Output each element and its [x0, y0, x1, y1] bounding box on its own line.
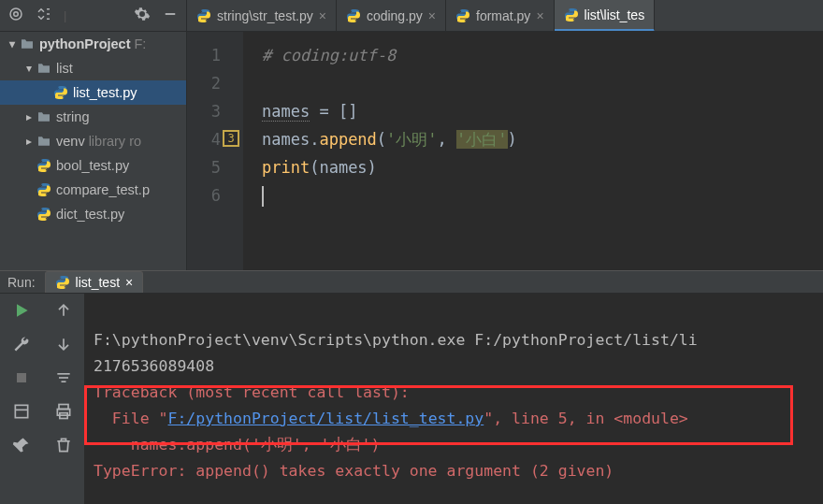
scroll-up-button[interactable]: [53, 300, 74, 321]
traceback-file-link[interactable]: F:/pythonProject/list/list_test.py: [167, 410, 484, 427]
code-body[interactable]: # coding:utf-8 names = [] names.append('…: [243, 32, 517, 270]
editor-tab[interactable]: list\list_tes: [555, 0, 656, 32]
editor-tab[interactable]: format.py×: [446, 0, 555, 31]
tab-label: string\str_test.py: [217, 8, 313, 23]
tree-item[interactable]: dict_test.py: [0, 202, 186, 226]
python-file-icon: [52, 84, 69, 101]
tree-item[interactable]: compare_test.p: [0, 178, 186, 202]
stop-button[interactable]: [11, 367, 32, 388]
pin-button[interactable]: [11, 435, 32, 455]
gutter-marker[interactable]: 3: [223, 130, 239, 147]
tree-item-label: list: [56, 61, 73, 76]
console-file-line: File "F:/pythonProject/list/list_test.py…: [94, 410, 688, 427]
filter-button[interactable]: [53, 367, 74, 388]
run-tab-label: list_test: [76, 275, 120, 290]
tree-item-label: bool_test.py: [56, 158, 129, 173]
run-tab[interactable]: list_test ×: [45, 271, 144, 293]
toolbar-expand-icon[interactable]: [36, 6, 52, 25]
tree-item-label: string: [56, 109, 89, 124]
close-icon[interactable]: ×: [428, 8, 436, 23]
tab-label: list\list_tes: [585, 7, 645, 22]
run-play-button[interactable]: [11, 300, 32, 321]
editor-tabstrip[interactable]: string\str_test.py×coding.py×format.py×l…: [187, 0, 823, 32]
tree-item-hint: library ro: [89, 134, 141, 149]
print-button[interactable]: [53, 401, 74, 422]
project-tree[interactable]: ▾ pythonProject F: ▾listlist_test.py▸str…: [0, 32, 186, 270]
run-toolwindow: Run: list_test × F:\pythonProject\venv\S…: [0, 270, 823, 504]
svg-point-1: [14, 12, 19, 17]
toolbar-gear-icon[interactable]: [134, 6, 151, 25]
code-editor[interactable]: 3 123456 # coding:utf-8 names = [] names…: [187, 32, 823, 270]
console[interactable]: F:\pythonProject\venv\Scripts\python.exe…: [84, 294, 823, 504]
gutter-line[interactable]: 5: [187, 153, 238, 181]
tab-label: format.py: [476, 8, 530, 23]
console-src: names.append('小明', '小白'): [94, 436, 380, 454]
folder-icon: [36, 108, 52, 125]
gutter-line[interactable]: 2: [187, 69, 238, 97]
editor-area: string\str_test.py×coding.py×format.py×l…: [187, 0, 823, 270]
tree-item-label: list_test.py: [73, 85, 137, 100]
console-error: TypeError: append() takes exactly one ar…: [94, 462, 614, 480]
tree-item[interactable]: bool_test.py: [0, 153, 186, 178]
toolbar-collapse-icon[interactable]: [162, 6, 179, 25]
chevron-icon[interactable]: ▾: [22, 62, 36, 75]
project-root-label: pythonProject: [39, 36, 130, 51]
tree-item[interactable]: ▸venvlibrary ro: [0, 129, 186, 153]
trash-button[interactable]: [53, 435, 74, 455]
chevron-down-icon[interactable]: ▾: [6, 37, 19, 50]
gutter-line[interactable]: 1: [187, 41, 238, 69]
editor-tab[interactable]: coding.py×: [337, 0, 446, 31]
run-header: Run: list_test ×: [0, 271, 823, 294]
project-toolbar: |: [0, 0, 186, 32]
project-root[interactable]: ▾ pythonProject F:: [0, 32, 186, 56]
scroll-down-button[interactable]: [53, 334, 74, 354]
wrench-button[interactable]: [11, 334, 32, 354]
run-toolbar: [0, 294, 84, 504]
folder-icon: [36, 60, 52, 77]
tree-item[interactable]: list_test.py: [0, 80, 186, 105]
run-title: Run:: [7, 275, 36, 290]
folder-icon: [19, 36, 36, 52]
tree-item[interactable]: ▾list: [0, 56, 186, 80]
toolbar-divider-icon: |: [64, 8, 66, 22]
console-cmd: F:\pythonProject\venv\Scripts\python.exe…: [94, 331, 698, 349]
svg-rect-6: [17, 373, 26, 382]
gutter-line[interactable]: 3: [187, 97, 238, 125]
console-id: 2176536089408: [94, 357, 214, 375]
tree-item-label: venv: [56, 134, 85, 149]
tab-label: coding.py: [367, 8, 423, 23]
gutter-line[interactable]: 6: [187, 181, 238, 209]
text-caret: [262, 186, 264, 207]
project-path-hint: F:: [134, 36, 146, 51]
svg-rect-10: [15, 405, 27, 417]
project-sidebar: | ▾ pythonProject F: ▾listlist_test.py▸s…: [0, 0, 187, 270]
code-comment: # coding:utf-8: [262, 46, 396, 65]
toolbar-target-icon[interactable]: [7, 6, 24, 25]
python-file-icon: [36, 157, 52, 174]
python-icon: [55, 275, 70, 290]
python-file-icon: [36, 181, 52, 198]
code-var: names: [262, 102, 310, 122]
python-file-icon: [36, 206, 52, 223]
close-icon[interactable]: ×: [536, 8, 543, 23]
chevron-icon[interactable]: ▸: [22, 135, 36, 148]
tree-item-label: compare_test.p: [56, 182, 150, 197]
tree-item[interactable]: ▸string: [0, 105, 186, 129]
layout-button[interactable]: [11, 401, 32, 422]
chevron-icon[interactable]: ▸: [22, 110, 36, 123]
svg-point-0: [10, 8, 22, 20]
folder-icon: [36, 133, 52, 150]
editor-tab[interactable]: string\str_test.py×: [187, 0, 337, 31]
close-icon[interactable]: ×: [125, 275, 133, 290]
console-traceback: Traceback (most recent call last):: [94, 383, 410, 401]
close-icon[interactable]: ×: [319, 8, 326, 23]
gutter[interactable]: 3 123456: [187, 32, 243, 270]
tree-item-label: dict_test.py: [56, 207, 124, 222]
